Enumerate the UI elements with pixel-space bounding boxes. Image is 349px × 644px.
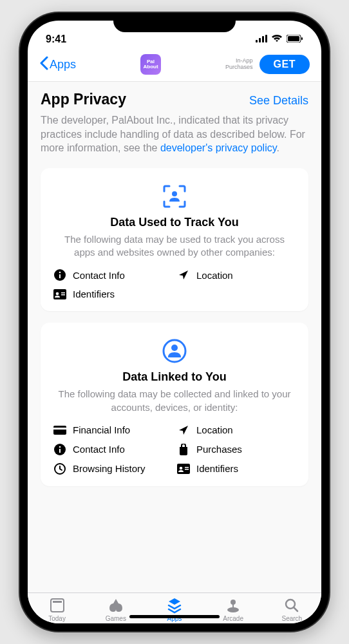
card-track-grid: Contact Info Location Identifiers <box>53 269 296 299</box>
status-indicators <box>256 33 303 45</box>
svg-rect-3 <box>265 35 267 43</box>
list-item: Identifiers <box>53 289 172 299</box>
notch <box>113 13 236 32</box>
privacy-policy-link[interactable]: developer's privacy policy <box>160 142 277 153</box>
clock-icon <box>53 463 66 475</box>
nav-bar: Apps Pal About In-App Purchases GET <box>28 49 321 82</box>
svg-rect-20 <box>59 449 61 453</box>
tab-arcade[interactable]: Arcade <box>204 597 263 622</box>
nav-right: In-App Purchases GET <box>225 55 310 74</box>
card-linked-grid: Financial Info Location Contact Info Pur… <box>53 424 296 475</box>
bag-icon <box>177 444 190 455</box>
back-button[interactable]: Apps <box>39 56 76 73</box>
screen: 9:41 Apps Pal About <box>28 21 321 623</box>
iap-label: In-App Purchases <box>225 58 253 71</box>
status-time: 9:41 <box>46 33 66 45</box>
svg-rect-1 <box>259 38 261 43</box>
list-item: Contact Info <box>53 444 172 455</box>
signal-icon <box>256 33 267 45</box>
svg-rect-17 <box>53 426 66 435</box>
content-area[interactable]: App Privacy See Details The developer, P… <box>28 82 321 592</box>
tab-games[interactable]: Games <box>86 597 145 622</box>
card-icon <box>53 426 66 435</box>
card-track-you: Data Used to Track You The following dat… <box>41 168 308 312</box>
wifi-icon <box>271 33 283 45</box>
svg-rect-2 <box>262 36 264 43</box>
page-title: App Privacy <box>41 91 126 108</box>
linked-icon <box>53 338 296 364</box>
tab-apps[interactable]: Apps <box>145 597 203 622</box>
svg-rect-13 <box>61 292 65 294</box>
id-icon <box>53 289 66 299</box>
developer-name: PalAbout Inc., <box>111 115 176 126</box>
card-linked-you: Data Linked to You The following data ma… <box>41 323 308 486</box>
svg-point-16 <box>171 345 178 351</box>
list-item: Contact Info <box>53 269 172 281</box>
app-icon-text: Pal About <box>143 59 158 70</box>
svg-rect-26 <box>185 469 189 470</box>
track-icon <box>53 184 296 209</box>
svg-point-12 <box>56 292 59 295</box>
location-icon <box>177 269 190 281</box>
tab-today[interactable]: Today <box>28 597 86 622</box>
list-item: Location <box>177 269 296 281</box>
get-button[interactable]: GET <box>259 55 310 74</box>
list-item: Location <box>177 424 296 436</box>
chevron-left-icon <box>39 56 48 73</box>
svg-rect-6 <box>301 37 303 40</box>
svg-rect-9 <box>59 274 61 278</box>
svg-rect-18 <box>53 428 66 430</box>
home-indicator[interactable] <box>129 615 220 618</box>
info-icon <box>53 269 66 281</box>
svg-rect-28 <box>53 601 62 603</box>
card-linked-desc: The following data may be collected and … <box>53 388 296 414</box>
svg-rect-14 <box>61 294 65 296</box>
battery-icon <box>287 33 303 45</box>
svg-point-7 <box>172 191 177 196</box>
svg-point-31 <box>227 607 239 612</box>
svg-point-24 <box>180 466 183 469</box>
phone-frame: 9:41 Apps Pal About <box>20 13 329 631</box>
svg-point-29 <box>231 600 236 605</box>
svg-point-21 <box>59 446 61 448</box>
card-track-desc: The following data may be used to track … <box>53 233 296 260</box>
back-label: Apps <box>50 58 76 71</box>
title-row: App Privacy See Details <box>41 91 308 108</box>
svg-rect-25 <box>185 467 189 468</box>
intro-text: The developer, PalAbout Inc., indicated … <box>41 113 308 155</box>
see-details-link[interactable]: See Details <box>249 94 308 108</box>
list-item: Purchases <box>177 444 296 455</box>
card-linked-title: Data Linked to You <box>53 370 296 384</box>
list-item: Financial Info <box>53 424 172 436</box>
list-item: Browsing History <box>53 463 172 475</box>
tab-search[interactable]: Search <box>263 597 321 622</box>
svg-point-10 <box>59 272 61 274</box>
svg-rect-5 <box>288 36 299 41</box>
info-icon <box>53 444 66 455</box>
id-icon <box>177 464 190 474</box>
svg-rect-0 <box>256 40 258 43</box>
card-track-title: Data Used to Track You <box>53 216 296 229</box>
tab-bar: Today Games Apps Arcade Search <box>28 592 321 623</box>
list-item: Identifiers <box>177 463 296 475</box>
app-icon[interactable]: Pal About <box>140 54 161 75</box>
location-icon <box>177 424 190 436</box>
